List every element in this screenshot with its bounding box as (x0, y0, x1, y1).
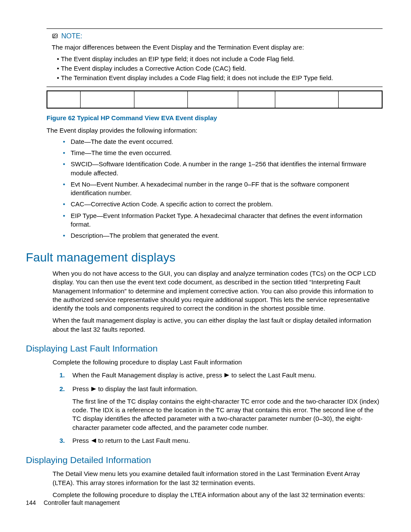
list-item: Description—The problem that generated t… (63, 231, 383, 240)
note-bullet: • The Event display includes an EIP type… (57, 55, 375, 63)
last-fault-intro: Complete the following procedure to disp… (53, 358, 379, 367)
note-bullet: • The Termination Event display includes… (57, 74, 375, 82)
list-item: Evt No—Event Number. A hexadecimal numbe… (63, 180, 383, 198)
step-text: Press (72, 385, 91, 392)
note-icon (52, 33, 59, 41)
event-field-list: Date—The date the event occurred. Time—T… (63, 137, 383, 240)
svg-marker-1 (224, 373, 229, 377)
note-bullets: • The Event display includes an EIP type… (57, 55, 375, 83)
svg-marker-3 (91, 439, 96, 443)
step-item: When the Fault Management display is act… (59, 371, 383, 380)
left-arrow-icon (91, 437, 97, 445)
page-number: 144 (26, 499, 36, 506)
bottom-rule (47, 87, 383, 87)
event-intro: The Event display provides the following… (47, 126, 379, 135)
subsection-detailed: Displaying Detailed Information (26, 454, 383, 466)
detailed-para-1: The Detail View menu lets you examine de… (53, 470, 379, 487)
top-rule (47, 28, 383, 29)
note-intro: The major differences between the Event … (52, 43, 375, 52)
fmd-para-1: When you do not have access to the GUI, … (53, 269, 379, 313)
page-footer: 144 Controller fault management (26, 499, 120, 507)
figure-caption: Figure 62 Typical HP Command View EVA Ev… (47, 114, 383, 122)
step-text: Press (72, 437, 91, 444)
step-text: to return to the Last Fault menu. (97, 437, 190, 444)
step-item: Press to return to the Last Fault menu. (59, 436, 383, 445)
footer-title: Controller fault management (44, 499, 120, 506)
detailed-para-2: Complete the following procedure to disp… (53, 491, 379, 499)
list-item: SWCID—Software Identification Code. A nu… (63, 160, 383, 177)
section-heading-fault-mgmt: Fault management displays (26, 249, 383, 266)
step-text: to display the last fault information. (97, 385, 198, 392)
fmd-para-2: When the fault management display is act… (53, 316, 379, 334)
note-block: NOTE: The major differences between the … (52, 31, 375, 82)
list-item: Date—The date the event occurred. (63, 137, 383, 146)
note-header: NOTE: (52, 31, 375, 41)
list-item: Time—The time the even occurred. (63, 149, 383, 157)
step-text: When the Fault Management display is act… (72, 371, 224, 379)
note-label: NOTE: (61, 32, 82, 40)
step-text: to select the Last Fault menu. (230, 371, 316, 379)
note-bullet: • The Event display includes a Correctiv… (57, 64, 375, 73)
step-detail: The first line of the TC display contain… (72, 397, 383, 432)
svg-marker-2 (91, 387, 96, 391)
right-arrow-icon (91, 385, 97, 394)
figure-table (47, 90, 383, 109)
subsection-last-fault: Displaying Last Fault Information (26, 342, 383, 355)
list-item: CAC—Corrective Action Code. A specific a… (63, 200, 383, 208)
right-arrow-icon (224, 371, 230, 380)
steps-list: When the Fault Management display is act… (59, 371, 383, 445)
list-item: EIP Type—Event Information Packet Type. … (63, 212, 383, 229)
step-item: Press to display the last fault informat… (59, 385, 383, 432)
